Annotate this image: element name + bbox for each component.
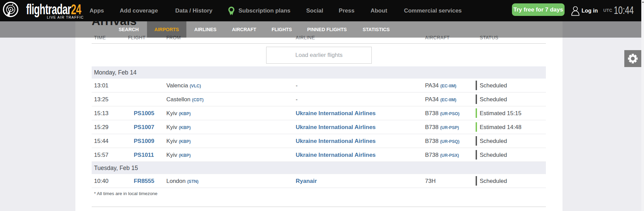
svg-text:10:44: 10:44 [614, 4, 634, 16]
